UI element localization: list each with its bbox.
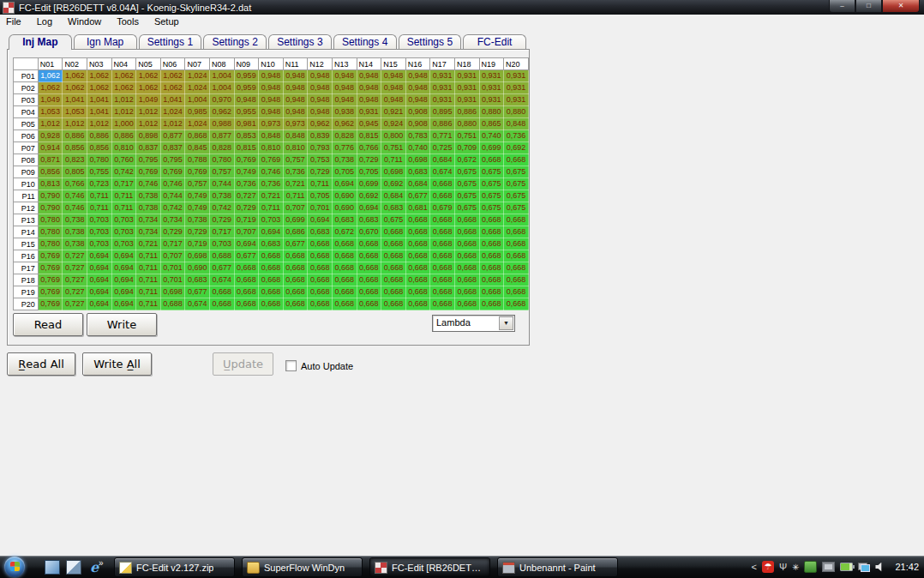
- map-cell[interactable]: 0,746: [63, 202, 87, 214]
- map-cell[interactable]: 0,746: [259, 166, 284, 178]
- display-icon[interactable]: [822, 562, 835, 572]
- map-cell[interactable]: 1,062: [63, 82, 87, 94]
- map-cell[interactable]: 0,668: [209, 286, 234, 298]
- snowflake-icon[interactable]: ✳: [792, 563, 799, 572]
- tab-settings-3[interactable]: Settings 3: [268, 34, 332, 50]
- map-cell[interactable]: 0,729: [234, 202, 259, 214]
- map-cell[interactable]: 0,668: [259, 286, 284, 298]
- map-cell[interactable]: 0,948: [234, 94, 259, 106]
- map-cell[interactable]: 0,668: [357, 262, 381, 274]
- map-cell[interactable]: 0,948: [308, 106, 333, 118]
- map-cell[interactable]: 0,711: [283, 190, 308, 202]
- volume-icon[interactable]: [875, 563, 885, 572]
- map-cell[interactable]: 0,711: [87, 202, 112, 214]
- map-cell[interactable]: 0,771: [430, 130, 455, 142]
- map-cell[interactable]: 0,880: [454, 118, 479, 130]
- map-cell[interactable]: 0,948: [283, 82, 308, 94]
- taskbar-task-superflow-windyn[interactable]: SuperFlow WinDyn: [242, 557, 363, 577]
- tab-inj-map[interactable]: Inj Map: [9, 34, 72, 50]
- map-cell[interactable]: 1,024: [185, 70, 210, 82]
- map-cell[interactable]: 0,988: [209, 118, 234, 130]
- map-cell[interactable]: 0,931: [504, 94, 529, 106]
- map-cell[interactable]: 0,837: [160, 142, 185, 154]
- map-cell[interactable]: 0,742: [111, 166, 136, 178]
- map-cell[interactable]: 1,062: [136, 70, 161, 82]
- map-cell[interactable]: 0,723: [87, 178, 112, 190]
- map-cell[interactable]: 0,880: [479, 106, 504, 118]
- map-cell[interactable]: 0,668: [479, 262, 504, 274]
- map-cell[interactable]: 0,790: [38, 190, 63, 202]
- map-cell[interactable]: 0,828: [332, 130, 357, 142]
- map-cell[interactable]: 0,686: [283, 226, 308, 238]
- map-cell[interactable]: 1,004: [209, 82, 234, 94]
- map-cell[interactable]: 0,668: [479, 250, 504, 262]
- map-cell[interactable]: 0,668: [454, 226, 479, 238]
- map-cell[interactable]: 0,668: [479, 226, 504, 238]
- map-cell[interactable]: 0,948: [405, 94, 430, 106]
- map-cell[interactable]: 0,729: [185, 226, 210, 238]
- map-cell[interactable]: 0,848: [259, 130, 284, 142]
- map-cell[interactable]: 1,049: [136, 94, 161, 106]
- map-cell[interactable]: 0,694: [332, 178, 357, 190]
- map-cell[interactable]: 0,675: [504, 202, 529, 214]
- map-cell[interactable]: 0,738: [209, 190, 234, 202]
- map-cell[interactable]: 1,062: [111, 82, 136, 94]
- map-cell[interactable]: 0,815: [234, 142, 259, 154]
- map-cell[interactable]: 0,692: [357, 190, 381, 202]
- tab-settings-2[interactable]: Settings 2: [203, 34, 267, 50]
- map-cell[interactable]: 0,780: [38, 226, 63, 238]
- map-cell[interactable]: 0,908: [405, 106, 430, 118]
- map-cell[interactable]: 0,962: [209, 106, 234, 118]
- map-cell[interactable]: 0,793: [308, 142, 333, 154]
- map-cell[interactable]: 0,668: [454, 298, 479, 310]
- tab-settings-5[interactable]: Settings 5: [399, 34, 462, 50]
- map-cell[interactable]: 0,948: [381, 94, 406, 106]
- map-cell[interactable]: 0,668: [430, 190, 455, 202]
- map-cell[interactable]: 0,707: [234, 226, 259, 238]
- map-cell[interactable]: 0,727: [63, 298, 87, 310]
- map-cell[interactable]: 0,717: [160, 238, 185, 250]
- map-cell[interactable]: 0,690: [332, 190, 357, 202]
- map-cell[interactable]: 0,931: [430, 70, 455, 82]
- map-cell[interactable]: 0,948: [283, 70, 308, 82]
- map-cell[interactable]: 0,683: [357, 214, 381, 226]
- menu-log[interactable]: Log: [29, 15, 60, 28]
- map-cell[interactable]: 0,668: [308, 286, 333, 298]
- map-cell[interactable]: 0,742: [209, 202, 234, 214]
- map-cell[interactable]: 0,711: [308, 178, 333, 190]
- map-cell[interactable]: 0,672: [332, 226, 357, 238]
- map-cell[interactable]: 0,668: [308, 262, 333, 274]
- map-cell[interactable]: 0,751: [454, 130, 479, 142]
- map-cell[interactable]: 1,062: [136, 82, 161, 94]
- map-cell[interactable]: 0,948: [357, 70, 381, 82]
- map-cell[interactable]: 0,931: [454, 82, 479, 94]
- map-cell[interactable]: 0,668: [405, 238, 430, 250]
- map-cell[interactable]: 0,727: [63, 274, 87, 286]
- map-cell[interactable]: 0,684: [430, 154, 455, 166]
- tab-fc-edit[interactable]: FC-Edit: [463, 34, 526, 50]
- map-cell[interactable]: 0,698: [160, 286, 185, 298]
- map-cell[interactable]: 0,668: [332, 274, 357, 286]
- map-cell[interactable]: 0,668: [283, 250, 308, 262]
- map-cell[interactable]: 0,668: [283, 274, 308, 286]
- map-cell[interactable]: 0,668: [430, 250, 455, 262]
- map-cell[interactable]: 0,795: [160, 154, 185, 166]
- map-cell[interactable]: 0,757: [209, 166, 234, 178]
- map-cell[interactable]: 0,755: [87, 166, 112, 178]
- map-cell[interactable]: 0,757: [283, 154, 308, 166]
- map-cell[interactable]: 1,024: [160, 106, 185, 118]
- map-cell[interactable]: 0,769: [259, 154, 284, 166]
- map-cell[interactable]: 0,856: [87, 142, 112, 154]
- map-cell[interactable]: 0,744: [209, 178, 234, 190]
- map-cell[interactable]: 0,727: [63, 250, 87, 262]
- map-cell[interactable]: 0,668: [405, 214, 430, 226]
- map-cell[interactable]: 0,703: [259, 214, 284, 226]
- map-cell[interactable]: 0,668: [357, 250, 381, 262]
- map-cell[interactable]: 0,683: [381, 202, 406, 214]
- map-cell[interactable]: 0,675: [479, 178, 504, 190]
- collapse-chevron-icon[interactable]: <: [751, 562, 756, 572]
- map-cell[interactable]: 0,694: [87, 262, 112, 274]
- map-cell[interactable]: 0,973: [283, 118, 308, 130]
- map-cell[interactable]: 1,062: [63, 70, 87, 82]
- map-cell[interactable]: 0,675: [381, 214, 406, 226]
